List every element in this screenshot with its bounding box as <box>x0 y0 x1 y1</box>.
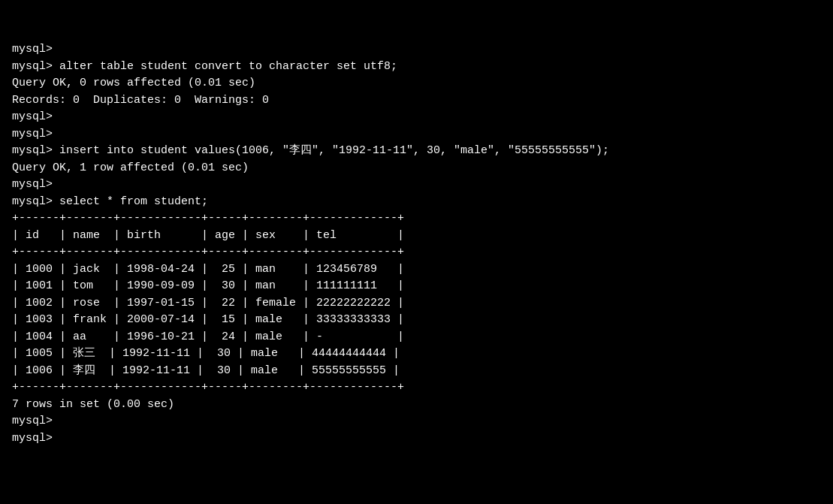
terminal-line-line13: +------+-------+------------+-----+-----… <box>12 210 821 228</box>
terminal-line-line7: mysql> <box>12 126 821 143</box>
terminal-line-line16: | 1000 | jack | 1998-04-24 | 25 | man | … <box>12 261 821 279</box>
terminal-line-line6: mysql> <box>12 109 821 126</box>
terminal-line-line17: | 1001 | tom | 1990-09-09 | 30 | man | 1… <box>12 278 821 295</box>
terminal-line-line4: Records: 0 Duplicates: 0 Warnings: 0 <box>12 92 821 110</box>
terminal-line-line26: mysql> <box>12 413 821 430</box>
terminal-line-line11: mysql> <box>12 177 821 194</box>
terminal-line-line27: mysql> <box>12 430 821 448</box>
terminal-line-line21: | 1005 | 张三 | 1992-11-11 | 30 | male | 4… <box>12 346 821 363</box>
terminal-line-line20: | 1004 | aa | 1996-10-21 | 24 | male | -… <box>12 329 821 346</box>
terminal-output: mysql>mysql> alter table student convert… <box>12 8 821 464</box>
terminal-line-line24: 7 rows in set (0.00 sec) <box>12 397 821 414</box>
terminal-line-line9: Query OK, 1 row affected (0.01 sec) <box>12 160 821 177</box>
terminal-line-line15: +------+-------+------------+-----+-----… <box>12 244 821 261</box>
terminal-line-line18: | 1002 | rose | 1997-01-15 | 22 | female… <box>12 295 821 312</box>
terminal-line-line1: mysql> <box>12 41 821 59</box>
terminal-line-line14: | id | name | birth | age | sex | tel | <box>12 228 821 245</box>
terminal-line-line8: mysql> insert into student values(1006, … <box>12 143 821 160</box>
terminal-line-line3: Query OK, 0 rows affected (0.01 sec) <box>12 75 821 92</box>
terminal-line-line2: mysql> alter table student convert to ch… <box>12 59 821 76</box>
terminal-line-line12: mysql> select * from student; <box>12 194 821 211</box>
terminal-line-line19: | 1003 | frank | 2000-07-14 | 15 | male … <box>12 312 821 329</box>
terminal-line-line23: +------+-------+------------+-----+-----… <box>12 379 821 397</box>
terminal-line-line22: | 1006 | 李四 | 1992-11-11 | 30 | male | 5… <box>12 363 821 380</box>
